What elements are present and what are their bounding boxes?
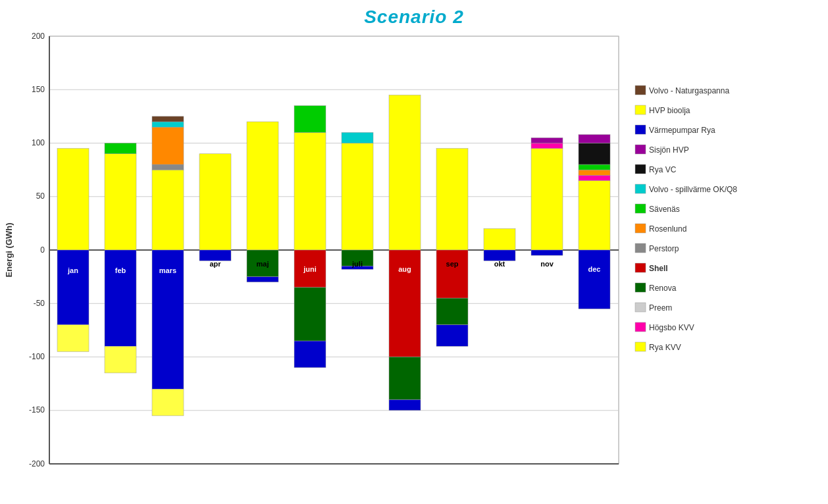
- bar-dec-ryakvv: [579, 180, 610, 250]
- bar-dec-ryavc: [579, 143, 610, 165]
- bar-mars-ryakvv: [152, 170, 184, 250]
- legend-color-perstorp: [635, 243, 646, 253]
- bar-maj-ryakvv: [247, 122, 278, 250]
- bar-sep-ryakvv: [436, 149, 468, 250]
- bar-mars-rosenlund: [152, 127, 184, 164]
- bar-mars-hvp: [152, 389, 184, 416]
- legend-label-renova: Renova: [649, 284, 677, 293]
- label-jan: jan: [67, 266, 78, 274]
- bar-dec-varmepumpar: [579, 250, 610, 309]
- legend-color-sisjön: [635, 145, 646, 154]
- bar-feb-ryakvv: [105, 154, 136, 250]
- legend-label-perstorp: Perstorp: [649, 244, 679, 253]
- bar-mars-volvo-natur: [152, 116, 184, 122]
- y-label-150: 150: [32, 85, 45, 94]
- bar-dec-hogsbo: [579, 175, 610, 180]
- label-maj: maj: [257, 260, 269, 268]
- legend-label-rosenlund: Rosenlund: [649, 224, 686, 234]
- bar-feb-varmepumpar: [105, 250, 136, 346]
- legend-color-ryakvv: [635, 342, 646, 351]
- legend-label-preem: Preem: [649, 303, 672, 313]
- legend-label-hogsbo: Högsbo KVV: [649, 323, 694, 332]
- bar-nov-hogsbo: [531, 143, 563, 149]
- bar-aug-ryakvv: [389, 95, 421, 250]
- label-dec: dec: [588, 265, 601, 273]
- label-nov: nov: [540, 260, 554, 268]
- legend-color-renova: [635, 283, 646, 292]
- y-label-n50: -50: [34, 299, 45, 308]
- legend-label-hvpbioolja: HVP bioolja: [649, 106, 690, 115]
- bar-nov-sisjön: [531, 138, 563, 143]
- bar-feb-savenäs: [105, 143, 136, 154]
- label-apr: apr: [209, 260, 221, 268]
- main-chart-svg: 200 150 100 50 0 -50 -100 -150 -200: [0, 23, 828, 503]
- bar-nov-ryakvv: [531, 149, 563, 250]
- legend-color-volvo-spill: [635, 184, 646, 193]
- legend-color-preem: [635, 303, 646, 312]
- legend-label-savenäs: Sävenäs: [649, 205, 680, 214]
- bar-juli-volvo-spill: [342, 132, 373, 143]
- y-label-0: 0: [40, 245, 45, 255]
- bar-nov-varmepumpar: [531, 250, 563, 255]
- bar-aug-varmepumpar: [389, 400, 421, 411]
- bar-dec-savenäs: [579, 164, 610, 170]
- label-juni: juni: [303, 265, 317, 273]
- bar-feb-hvp: [105, 346, 136, 373]
- bar-dec-rosenlund: [579, 170, 610, 175]
- legend-label-ryavc: Rya VC: [649, 165, 677, 174]
- legend-color-varmepumpar: [635, 125, 646, 134]
- y-label-n200: -200: [29, 459, 45, 468]
- legend-color-shell: [635, 263, 646, 272]
- bar-dec-sisjön: [579, 135, 610, 143]
- bar-sep-shell: [436, 250, 468, 298]
- bar-jan-varmepumpar: [57, 250, 89, 325]
- legend-color-hogsbo: [635, 322, 646, 332]
- y-label-200: 200: [32, 32, 45, 41]
- bar-juli-ryakvv: [342, 143, 373, 251]
- bar-mars-volvo-spill: [152, 122, 184, 127]
- bar-okt-ryakvv: [484, 229, 515, 251]
- bar-jan-ryakvv: [57, 149, 89, 250]
- legend-label-shell: Shell: [649, 264, 668, 273]
- legend-color-volvo-natur: [635, 86, 646, 95]
- label-sep: sep: [446, 260, 459, 268]
- chart-container: Scenario 2 200 150 100 50 0 -50: [0, 0, 828, 504]
- legend-color-hvpbioolja: [635, 105, 646, 114]
- bar-maj-varmepumpar: [247, 277, 278, 282]
- y-label-n150: -150: [29, 405, 45, 415]
- bar-mars-perstorp: [152, 164, 184, 170]
- label-feb: feb: [115, 266, 126, 274]
- bar-okt-varmepumpar: [484, 250, 515, 261]
- bar-juni-savenäs: [294, 106, 326, 133]
- bar-aug-renova: [389, 357, 421, 400]
- y-label-100: 100: [32, 138, 45, 147]
- bar-juni-ryakvv: [294, 132, 326, 250]
- label-okt: okt: [494, 260, 505, 268]
- y-label-n100: -100: [29, 352, 45, 361]
- legend-label-varmepumpar: Värmepumpar Rya: [649, 126, 715, 135]
- legend-color-ryavc: [635, 164, 646, 174]
- bar-apr-varmepumpar: [199, 250, 231, 261]
- label-aug: aug: [398, 265, 411, 273]
- bar-juni-varmepumpar: [294, 341, 326, 368]
- bar-sep-varmepumpar: [436, 325, 468, 347]
- legend-color-rosenlund: [635, 224, 646, 233]
- label-mars: mars: [159, 266, 176, 274]
- legend-label-volvo-natur: Volvo - Naturgaspanna: [649, 86, 729, 95]
- legend-label-sisjön: Sisjön HVP: [649, 145, 689, 155]
- legend-label-ryakvv: Rya KVV: [649, 343, 681, 352]
- y-label-50: 50: [36, 191, 45, 201]
- bar-jan-hvpbioolja: [57, 325, 89, 352]
- bar-apr-ryakvv: [199, 154, 231, 250]
- bar-juni-renova: [294, 288, 326, 341]
- legend-color-savenäs: [635, 204, 646, 213]
- label-juli: juli: [351, 260, 363, 268]
- bar-sep-renova: [436, 298, 468, 325]
- y-axis-label: Energi (GWh): [4, 222, 14, 277]
- legend-label-volvo-spill: Volvo - spillvärme OK/Q8: [649, 185, 737, 194]
